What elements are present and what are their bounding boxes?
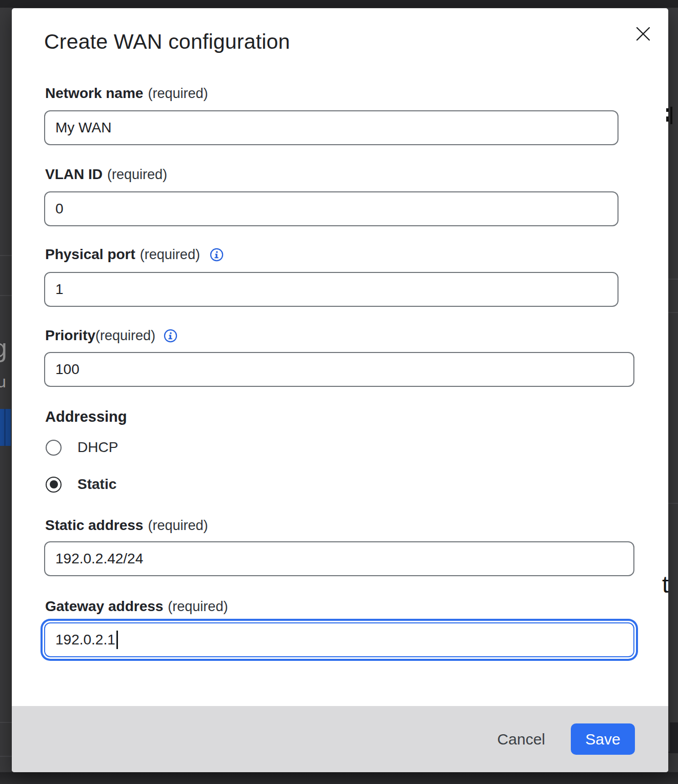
- background-bottom-band: [0, 772, 678, 784]
- background-button-fragment: [0, 409, 11, 446]
- radio-label: Static: [77, 476, 116, 493]
- close-button[interactable]: [631, 22, 655, 46]
- required-hint: (required): [140, 247, 200, 263]
- background-table-line: [0, 255, 12, 256]
- required-hint: (required): [148, 86, 208, 102]
- dialog-title: Create WAN configuration: [44, 30, 290, 54]
- background-text-fragment: u: [0, 373, 6, 391]
- required-hint: (required): [148, 518, 208, 534]
- background-text-fragment: g: [0, 334, 7, 363]
- network-name-input[interactable]: [44, 110, 619, 145]
- background-top-band: [0, 0, 678, 8]
- label-text: Static address: [45, 517, 143, 534]
- background-table-line: [668, 279, 678, 280]
- background-text-fragment: [666, 108, 669, 112]
- required-hint: (required): [95, 328, 155, 344]
- background-text-fragment: [670, 107, 672, 124]
- background-text-fragment: t: [662, 571, 669, 598]
- input-value: 192.0.2.1: [55, 632, 115, 648]
- info-icon[interactable]: [210, 248, 224, 262]
- static-address-label: Static address (required): [45, 517, 208, 534]
- background-table-line: [0, 295, 12, 296]
- gateway-address-input[interactable]: 192.0.2.1: [44, 622, 634, 657]
- network-name-label: Network name (required): [45, 85, 208, 102]
- background-table-line: [668, 503, 678, 504]
- vlan-id-label: VLAN ID (required): [45, 166, 167, 183]
- close-icon: [635, 26, 651, 42]
- save-button[interactable]: Save: [571, 723, 635, 755]
- radio-selected-icon[interactable]: [46, 477, 62, 493]
- required-hint: (required): [168, 599, 228, 615]
- label-text: Network name: [45, 85, 143, 102]
- create-wan-configuration-dialog: Create WAN configuration Network name (r…: [12, 8, 668, 772]
- background-table-line: [668, 312, 678, 313]
- radio-option-dhcp[interactable]: DHCP: [46, 439, 118, 456]
- label-text: VLAN ID: [45, 166, 103, 183]
- physical-port-label: Physical port (required): [45, 246, 224, 263]
- screen-overlay: g u t Create WAN configuration Network n…: [0, 0, 678, 784]
- required-hint: (required): [107, 167, 167, 183]
- cancel-button[interactable]: Cancel: [495, 726, 547, 753]
- background-scrollbar-fragment: [670, 722, 678, 753]
- background-text-fragment: [666, 116, 669, 122]
- radio-unselected-icon[interactable]: [46, 440, 62, 456]
- static-address-input[interactable]: [44, 541, 634, 576]
- addressing-heading: Addressing: [45, 408, 127, 425]
- label-text: Gateway address: [45, 598, 163, 615]
- dialog-footer: Cancel Save: [12, 706, 668, 772]
- priority-label: Priority (required): [45, 327, 177, 344]
- priority-input[interactable]: [44, 352, 634, 387]
- gateway-address-label: Gateway address (required): [45, 598, 228, 615]
- background-table-line: [0, 756, 12, 757]
- label-text: Priority: [45, 327, 95, 344]
- radio-label: DHCP: [77, 439, 118, 456]
- text-caret: [116, 631, 118, 649]
- background-table-line: [0, 722, 12, 723]
- radio-option-static[interactable]: Static: [46, 476, 116, 493]
- info-icon[interactable]: [164, 329, 177, 343]
- label-text: Physical port: [45, 246, 135, 263]
- vlan-id-input[interactable]: [44, 191, 619, 226]
- physical-port-input[interactable]: [44, 272, 619, 307]
